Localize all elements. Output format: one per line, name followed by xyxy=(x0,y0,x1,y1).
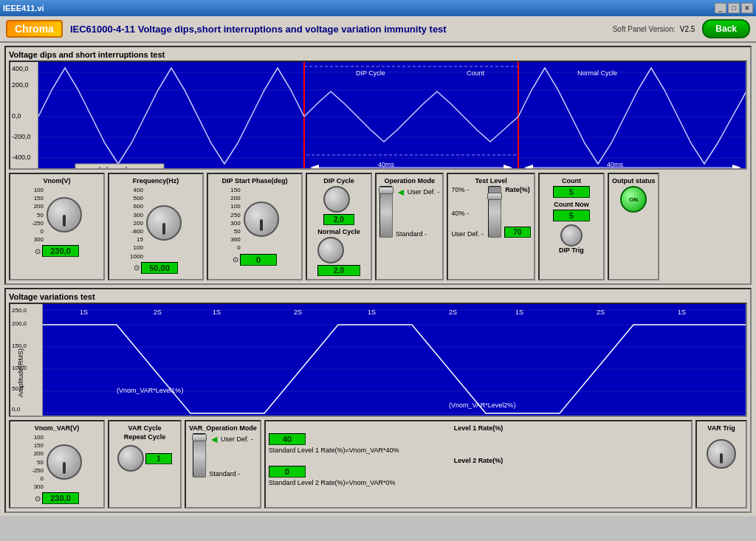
svg-text:2S: 2S xyxy=(294,309,302,316)
var-annotation1: (Vnom_VAR*Level1%) xyxy=(117,387,183,394)
var-standard-label: Standard - xyxy=(209,470,240,478)
version-text: V2.5 xyxy=(680,25,695,33)
vnom-control: Vnom(V) 10015020050-2500300 ⊙ 230,0 xyxy=(9,173,105,280)
var-cycle-display: 1 xyxy=(145,453,172,464)
dip-phase-control: DIP Start Phase(deg) 1502001002503005036… xyxy=(207,173,303,280)
controls-row: Vnom(V) 10015020050-2500300 ⊙ 230,0 Fre xyxy=(9,173,747,280)
freq-knob[interactable] xyxy=(146,205,182,241)
test-level-control: Test Level 70% - 40% - User Def. - Rate(… xyxy=(447,173,535,280)
var-op-mode-label: VAR_Operation Mode xyxy=(189,424,257,432)
minimize-button[interactable]: _ xyxy=(715,3,726,13)
svg-text:1S: 1S xyxy=(80,309,88,316)
count-chart-label: Count xyxy=(467,69,485,77)
operation-mode-control: Operation Mode ◄ User Def. - Standard - xyxy=(375,173,444,280)
dip-cycle-display: 2,0 xyxy=(323,214,354,225)
output-status-value: ON xyxy=(629,196,638,203)
vnom-var-knob[interactable] xyxy=(47,444,82,480)
var-y-label: Amplitude(RMS) xyxy=(17,348,24,396)
frequency-control: Frequency(Hz) 400500600300200-8001510010… xyxy=(108,173,204,280)
count-display: 5 xyxy=(553,186,590,198)
dip-cycle-knob[interactable] xyxy=(323,186,350,213)
percent-40-label: 40% - xyxy=(451,210,484,217)
vnom-var-label: Vnom_VAR(V) xyxy=(35,424,79,432)
dip-normal-control: DIP Cycle 2,0 Normal Cycle 2,0 xyxy=(306,173,372,280)
appended-text: appended waveforms xyxy=(78,166,142,168)
op-mode-label: Operation Mode xyxy=(384,177,435,185)
level2-rate-display: 0 xyxy=(269,466,306,478)
svg-text:2S: 2S xyxy=(597,309,605,316)
freq-scale: 400500600300200-800151001000 xyxy=(130,186,145,261)
freq-label: Frequency(Hz) xyxy=(133,177,179,185)
svg-marker-10 xyxy=(310,165,319,168)
var-trig-knob[interactable] xyxy=(707,439,736,469)
var-section: Voltage variations test 250,0 200,0 150,… xyxy=(4,288,752,513)
rate-display: 70 xyxy=(504,227,531,238)
var-op-mode-slider[interactable] xyxy=(193,433,206,478)
time-label-1: 40ms xyxy=(378,161,395,168)
y-axis: Amplitude 400,0 200,0 0,0 -200,0 -400,0 xyxy=(10,62,38,168)
vnom-var-display: 230,0 xyxy=(42,492,79,504)
var-chart-area: 1S 2S 1S 2S 1S 2S 1S 2S 1S (Vnom_VAR*Lev… xyxy=(43,304,746,416)
var-cycle-knob[interactable] xyxy=(117,445,144,472)
test-level-slider[interactable] xyxy=(488,186,501,238)
dip-trig-knob[interactable] xyxy=(560,224,583,247)
svg-rect-5 xyxy=(304,66,518,155)
var-section-title: Voltage variations test xyxy=(9,292,747,301)
var-y-200: 200,0 xyxy=(12,320,27,327)
main-content: Voltage dips and short interruptions tes… xyxy=(0,43,756,516)
count-now-label: Count Now xyxy=(554,201,589,208)
dip-chart: Amplitude 400,0 200,0 0,0 -200,0 -400,0 xyxy=(9,61,747,170)
phase-knob[interactable] xyxy=(244,201,279,237)
title-bar: IEEE411.vi _ □ ✕ xyxy=(0,0,756,16)
dip-trig-label: DIP Trig xyxy=(559,247,584,254)
close-button[interactable]: ✕ xyxy=(741,3,753,13)
repeat-cycle-label: Repeat Cycle xyxy=(124,433,166,441)
vnom-display: 230,0 xyxy=(42,245,79,257)
output-status-label: Output status xyxy=(612,177,656,185)
time-label-2: 40ms xyxy=(607,161,624,168)
level1-rate-label: Level 1 Rate(%) xyxy=(269,424,688,432)
rate-label: Rate(%) xyxy=(505,186,530,193)
dip-cycle-chart-label: DIP Cycle xyxy=(356,69,385,77)
output-status-control: Output status ON xyxy=(608,173,660,280)
user-def-arrow: ◄ xyxy=(396,186,406,198)
freq-display: 50,00 xyxy=(141,262,178,274)
y-val-n200: -200,0 xyxy=(12,133,31,140)
svg-text:2S: 2S xyxy=(154,309,162,316)
output-status-led: ON xyxy=(620,186,647,213)
var-y-axis: 250,0 200,0 150,0 100,0 50,0 0,0 xyxy=(10,304,43,416)
dip-chart-svg: DIP Cycle Count Normal Cycle xyxy=(38,62,746,168)
maximize-button[interactable]: □ xyxy=(728,3,740,13)
normal-cycle-chart-label: Normal Cycle xyxy=(577,69,617,77)
soft-panel-label: Soft Panel Version: xyxy=(613,25,676,33)
svg-text:1S: 1S xyxy=(678,309,686,316)
svg-marker-11 xyxy=(504,165,512,168)
standard-label: Standard - xyxy=(396,230,427,238)
count-now-display: 5 xyxy=(553,210,590,221)
dip-section: Voltage dips and short interruptions tes… xyxy=(4,46,752,285)
normal-cycle-display: 2,0 xyxy=(317,265,360,276)
vnom-label: Vnom(V) xyxy=(44,177,71,185)
var-op-mode-control: VAR_Operation Mode ◄ User Def. - Standar… xyxy=(185,420,261,509)
level1-rate-display: 40 xyxy=(269,433,306,445)
svg-text:1S: 1S xyxy=(368,309,376,316)
var-y-250: 250,0 xyxy=(12,307,27,314)
vnom-var-scale: 10015020050-2500300 xyxy=(32,433,45,491)
dip-section-title: Voltage dips and short interruptions tes… xyxy=(9,50,747,59)
var-annotation2: (Vnom_VAR*Level2%) xyxy=(449,402,515,409)
normal-cycle-label: Normal Cycle xyxy=(317,228,360,235)
var-chart: 250,0 200,0 150,0 100,0 50,0 0,0 xyxy=(9,303,747,417)
normal-cycle-knob[interactable] xyxy=(317,237,344,263)
svg-marker-13 xyxy=(524,165,533,168)
op-mode-slider[interactable] xyxy=(379,186,393,238)
svg-text:1S: 1S xyxy=(213,309,221,316)
var-trig-control: VAR Trig xyxy=(695,420,747,509)
y-val-200: 200,0 xyxy=(12,81,29,89)
back-button[interactable]: Back xyxy=(702,19,750,38)
dip-phase-label: DIP Start Phase(deg) xyxy=(222,177,288,185)
svg-text:2S: 2S xyxy=(449,309,457,316)
var-user-def-label: User Def. - xyxy=(221,435,253,443)
var-chart-svg: 1S 2S 1S 2S 1S 2S 1S 2S 1S (Vnom_VAR*Lev… xyxy=(43,304,746,417)
vnom-knob[interactable] xyxy=(47,197,82,232)
phase-scale: 150200100250300503600 xyxy=(230,186,241,252)
